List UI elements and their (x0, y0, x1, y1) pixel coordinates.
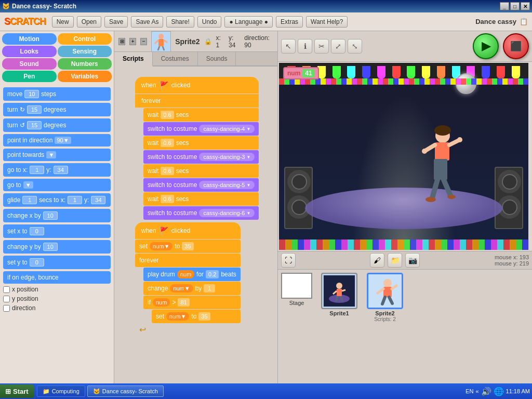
svg-point-0 (158, 34, 164, 39)
when-clicked-hat-1[interactable]: when 🚩 clicked (135, 77, 259, 94)
block-point-towards[interactable]: point towards ▼ (3, 149, 111, 161)
language-button[interactable]: ● Language ● (224, 16, 273, 28)
tab-costumes[interactable]: Costumes (153, 52, 198, 65)
set-num[interactable]: set num▼ to 35 (135, 240, 241, 253)
script-stack-2: when 🚩 clicked set num▼ to 35 forever pl… (135, 222, 241, 336)
category-buttons: Motion Control Looks Sensing Sound Numbe… (0, 31, 114, 84)
stage-controls: ↖ ℹ ✂ ⤢ ⤡ ▶ ⬛ (278, 31, 532, 62)
change-num[interactable]: change num▼ by 1 (143, 282, 241, 295)
block-turn-cw[interactable]: turn ↻ 15 degrees (3, 103, 111, 116)
block-change-y[interactable]: change y by 10 (3, 240, 111, 254)
forever-block[interactable]: forever (135, 94, 259, 108)
sprite-card-2[interactable]: Sprite2 Scripts: 2 (364, 273, 406, 322)
open-button[interactable]: Open (77, 16, 101, 28)
taskbar-scratch[interactable]: 🐱 Dance cassy- Scratch (87, 385, 164, 397)
go-button[interactable]: ▶ (473, 33, 499, 59)
paint-btn[interactable]: 🖌 (370, 253, 384, 268)
block-bounce[interactable]: if on edge, bounce (3, 271, 111, 284)
windows-logo: ⊞ (5, 388, 11, 395)
folder-btn[interactable]: 📁 (388, 253, 402, 268)
when-clicked-hat-2[interactable]: when 🚩 clicked (135, 222, 241, 239)
cursor-tool[interactable]: ↖ (281, 39, 296, 54)
svg-line-2 (155, 40, 158, 44)
category-numbers[interactable]: Numbers (58, 58, 112, 70)
if-block[interactable]: if num > 81 (143, 296, 241, 309)
category-looks[interactable]: Looks (2, 46, 57, 57)
grow-tool[interactable]: ⤢ (331, 39, 345, 54)
switch-costume-3[interactable]: switch to costume cassy-dancing-5 ▼ (143, 178, 259, 192)
category-motion[interactable]: Motion (2, 33, 57, 45)
taskbar-computing[interactable]: 📁 Computing (37, 385, 85, 397)
view-toggle[interactable]: ⊞ (118, 38, 125, 45)
set-num-2[interactable]: set num▼ to 35 (152, 310, 241, 323)
info-tool[interactable]: ℹ (298, 39, 312, 54)
category-sensing[interactable]: Sensing (58, 46, 112, 57)
svg-line-5 (163, 46, 164, 50)
num-badge: num 41 (283, 67, 319, 79)
svg-point-11 (422, 149, 427, 154)
sprite-card-1[interactable]: Sprite1 (318, 273, 360, 316)
save-button[interactable]: Save (104, 16, 128, 28)
forever-contents: wait 0.6 secs switch to costume cassy-da… (143, 108, 259, 220)
help-button[interactable]: Want Help? (306, 16, 348, 28)
wait-4[interactable]: wait 0.6 secs (143, 192, 259, 206)
stage-thumbnail[interactable] (281, 273, 312, 299)
sprite2-thumbnail[interactable] (367, 273, 403, 309)
stage-card[interactable]: Stage (281, 273, 312, 306)
block-set-x[interactable]: set x to 0 (3, 224, 111, 238)
switch-costume-4[interactable]: switch to costume cassy-dancing-6 ▼ (143, 206, 259, 220)
stage-resize-btn[interactable]: ⛶ (281, 253, 296, 268)
checkbox-direction[interactable]: direction (3, 304, 111, 312)
extras-button[interactable]: Extras (276, 16, 303, 28)
camera-btn[interactable]: 📷 (405, 253, 420, 268)
block-glide[interactable]: glide 1 secs to x: 1 y: 34 (3, 193, 111, 207)
category-control[interactable]: Control (58, 33, 112, 45)
block-move[interactable]: move 10 steps (3, 87, 111, 101)
minimize-button[interactable]: _ (500, 2, 509, 10)
forever-block-2[interactable]: forever (135, 254, 241, 267)
block-point-direction[interactable]: point in direction 90▼ (3, 134, 111, 147)
svg-rect-28 (383, 287, 392, 297)
undo-button[interactable]: Undo (197, 16, 222, 28)
block-set-y[interactable]: set y to 0 (3, 256, 111, 269)
category-pen[interactable]: Pen (2, 71, 57, 82)
stage-area[interactable]: num 41 (279, 63, 528, 250)
duplicate-tool[interactable]: ✂ (314, 39, 329, 54)
forever-2-contents: play drum num for 0.2 beats change num▼ … (143, 268, 241, 324)
title-bar-icon: 🐱 (2, 3, 10, 10)
switch-costume-1[interactable]: switch to costume cassy-dancing-4 ▼ (143, 122, 259, 136)
switch-costume-2[interactable]: switch to costume cassy-dancing-3 ▼ (143, 150, 259, 164)
project-name: Dance cassy (475, 18, 516, 25)
share-button[interactable]: Share! (166, 16, 194, 28)
stage-floor (305, 188, 502, 229)
right-panel: ↖ ℹ ✂ ⤢ ⤡ ▶ ⬛ (277, 31, 532, 399)
start-button[interactable]: ⊞ Start (0, 384, 34, 398)
wait-3[interactable]: wait 0.6 secs (143, 164, 259, 178)
category-variables[interactable]: Variables (58, 71, 112, 82)
play-controls: ▶ ⬛ (473, 33, 529, 59)
block-change-x[interactable]: change x by 10 (3, 209, 111, 222)
block-goto[interactable]: go to ▼ (3, 179, 111, 191)
block-goto-xy[interactable]: go to x: 1 y: 34 (3, 163, 111, 177)
wait-1[interactable]: wait 0.6 secs (143, 108, 259, 122)
shrink-tool[interactable]: ⤡ (348, 39, 362, 54)
script-stack-1: when 🚩 clicked forever wait 0.6 secs swi… (135, 77, 259, 232)
checkbox-x[interactable]: x position (3, 286, 111, 293)
script-area[interactable]: when 🚩 clicked forever wait 0.6 secs swi… (114, 66, 277, 392)
view-toggle2[interactable]: + (129, 38, 136, 45)
category-sound[interactable]: Sound (2, 58, 57, 70)
tab-sounds[interactable]: Sounds (198, 52, 236, 65)
new-button[interactable]: New (52, 16, 74, 28)
stop-button[interactable]: ⬛ (503, 33, 529, 59)
close-button[interactable]: ✕ (521, 2, 530, 10)
dancer-sprite[interactable] (414, 125, 466, 208)
wait-2[interactable]: wait 0.6 secs (143, 136, 259, 150)
block-turn-ccw[interactable]: turn ↺ 15 degrees (3, 118, 111, 132)
tab-scripts[interactable]: Scripts (114, 52, 153, 66)
save-as-button[interactable]: Save As (131, 16, 163, 28)
play-drum[interactable]: play drum num for 0.2 beats (143, 268, 241, 281)
checkbox-y[interactable]: y position (3, 295, 111, 302)
sprite1-thumbnail[interactable] (321, 273, 357, 309)
maximize-button[interactable]: □ (510, 2, 520, 10)
view-toggle3[interactable]: − (140, 38, 147, 45)
